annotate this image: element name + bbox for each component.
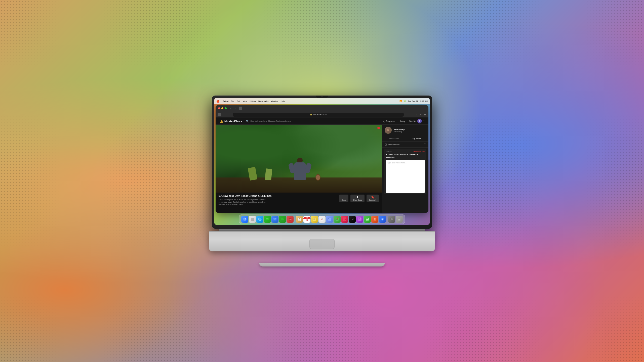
close-button[interactable]: [218, 107, 220, 109]
dock-maps[interactable]: [334, 216, 341, 223]
mc-user-menu[interactable]: Sophie S ▾: [409, 119, 424, 123]
fullscreen-button[interactable]: [225, 107, 227, 109]
class-guide-label: Class Guide: [353, 199, 362, 201]
mc-logo[interactable]: MasterClass: [220, 119, 242, 123]
video-bookmark-dot: [377, 127, 380, 129]
dock-keynote[interactable]: [379, 216, 386, 223]
mc-main-content: 5. Grow Your Own Food: Greens & Legumes …: [216, 125, 428, 213]
search-icon: 🔍: [246, 120, 249, 122]
dock-trash[interactable]: [396, 216, 403, 223]
svg-rect-29: [290, 218, 290, 218]
class-guide-button[interactable]: ⬇ Class Guide: [350, 195, 364, 202]
veggie-2: [265, 168, 272, 180]
instructor-info: Ron Finley Gardening: [394, 128, 405, 132]
my-progress-link[interactable]: My Progress: [383, 120, 395, 122]
info-icon[interactable]: ⓘ: [424, 143, 426, 146]
chevron-down-icon: ▾: [423, 120, 424, 122]
lesson-label: Lesson 5: [386, 151, 392, 152]
menubar-view[interactable]: View: [243, 100, 247, 102]
menubar-clock: 9:41 AM: [420, 100, 428, 102]
menubar-window[interactable]: Window: [271, 100, 278, 102]
minimize-button[interactable]: [221, 107, 223, 109]
instructor-subject: Gardening: [394, 131, 405, 132]
bookmark-button[interactable]: 🔖 Bookmark: [367, 195, 379, 202]
watching-dot: [414, 151, 415, 152]
menubar-bookmarks[interactable]: Bookmarks: [258, 100, 268, 102]
tab-all-lessons[interactable]: All Lessons: [382, 136, 405, 141]
dock-podcasts[interactable]: [356, 216, 363, 223]
new-tab-button[interactable]: +: [419, 113, 422, 116]
dock-pages[interactable]: [371, 216, 378, 223]
dock-safari[interactable]: [256, 216, 263, 223]
library-link[interactable]: Library: [399, 120, 405, 122]
user-avatar[interactable]: S: [417, 119, 422, 123]
svg-point-1: [243, 217, 247, 221]
notes-input[interactable]: Type your notes here...: [386, 160, 425, 193]
apple-logo-icon[interactable]: 🍎: [216, 100, 219, 103]
sidebar-button[interactable]: ☰: [423, 113, 426, 116]
video-frame[interactable]: [216, 125, 382, 193]
svg-point-10: [251, 220, 252, 221]
menubar-battery-icon: 🔋: [404, 100, 406, 102]
dock-files[interactable]: [326, 216, 333, 223]
svg-marker-0: [220, 120, 223, 123]
menubar-edit[interactable]: Edit: [237, 100, 240, 102]
tab-my-notes[interactable]: My Notes: [405, 136, 428, 141]
browser-toolbar: 🔒 masterclass.com ↑ + ☰: [216, 112, 428, 118]
forward-button[interactable]: ›: [233, 107, 237, 110]
screen-bezel: 🍎 Safari File Edit View History Bookmark…: [212, 96, 432, 229]
browser-chrome: ‹ › 🔒 masterclass.com: [216, 105, 428, 118]
mc-logo-text: MasterClass: [224, 120, 242, 123]
address-bar[interactable]: 🔒 masterclass.com: [233, 113, 404, 117]
video-description: Learn how to grow two of Ron's favorite …: [219, 198, 269, 206]
share-toolbar-button[interactable]: ↑: [415, 113, 418, 116]
macos-screen: 🍎 Safari File Edit View History Bookmark…: [214, 98, 430, 225]
dock-facetime[interactable]: [279, 216, 286, 223]
url-display: masterclass.com: [313, 114, 327, 115]
svg-point-9: [253, 219, 254, 220]
lock-icon: 🔒: [310, 114, 312, 116]
lesson-header: Lesson 5 Watching Now: [386, 151, 425, 152]
share-button[interactable]: ↑ Share: [339, 195, 348, 202]
mc-search-bar[interactable]: 🔍 Search Instructors, Classes, Topics an…: [246, 120, 379, 122]
svg-point-22: [267, 219, 268, 219]
dock-notes[interactable]: [311, 216, 318, 223]
dock-tv[interactable]: [349, 216, 356, 223]
svg-point-50: [344, 220, 345, 220]
dock-numbers[interactable]: [364, 216, 371, 223]
dock-reminders[interactable]: [318, 216, 326, 223]
dock-contacts[interactable]: [296, 216, 303, 223]
svg-rect-67: [374, 218, 375, 219]
class-guide-icon: ⬇: [356, 196, 358, 199]
menubar-safari[interactable]: Safari: [223, 100, 228, 102]
mc-header: MasterClass 🔍 Search Instructors, Classe…: [216, 118, 428, 125]
dock-music[interactable]: [341, 216, 348, 223]
dock-finder[interactable]: [241, 216, 248, 223]
svg-point-7: [251, 219, 252, 220]
menubar-history[interactable]: History: [250, 100, 256, 102]
menubar-file[interactable]: File: [231, 100, 234, 102]
dock-system-settings[interactable]: [388, 216, 395, 223]
svg-point-21: [266, 219, 267, 219]
trackpad[interactable]: [309, 239, 335, 249]
video-info-bar: 5. Grow Your Own Food: Greens & Legumes …: [216, 193, 382, 213]
dock-launchpad[interactable]: [249, 216, 256, 223]
macbook-base: [209, 229, 435, 266]
dock-system-preferences[interactable]: [287, 216, 294, 223]
share-icon: ↑: [343, 196, 344, 199]
notes-placeholder: Type your notes here...: [387, 162, 407, 164]
dock-calendar[interactable]: SEP 12: [303, 216, 310, 223]
tab-switcher-icon[interactable]: [218, 113, 221, 116]
video-actions: ↑ Share ⬇ Class Guide 🔖: [339, 195, 379, 202]
dock-mail[interactable]: [271, 216, 278, 223]
back-button[interactable]: ‹: [229, 107, 232, 110]
dock-messages[interactable]: [264, 216, 271, 223]
show-all-checkbox[interactable]: [385, 144, 387, 146]
svg-rect-45: [328, 218, 329, 219]
svg-point-23: [268, 219, 268, 219]
svg-rect-60: [366, 219, 367, 220]
tab-icon[interactable]: [239, 107, 242, 110]
svg-point-12: [253, 220, 254, 221]
svg-rect-25: [281, 218, 283, 220]
menubar-help[interactable]: Help: [280, 100, 285, 102]
